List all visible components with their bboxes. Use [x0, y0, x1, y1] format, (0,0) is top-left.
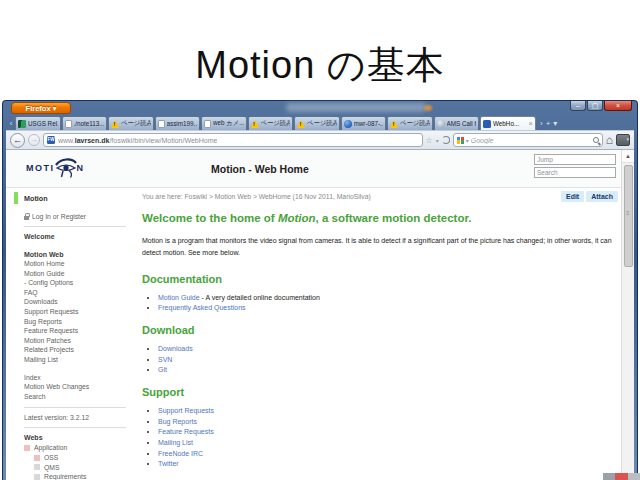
scroll-tabs-right-button[interactable]: ›	[540, 119, 543, 128]
latest-version-label: Latest version: 3.2.12	[24, 414, 136, 421]
scrollbar-thumb[interactable]	[624, 165, 633, 267]
back-button[interactable]: ←	[10, 133, 25, 148]
list-item: Frequently Asked Questions	[158, 304, 620, 311]
bookmarks-menu-icon[interactable]	[616, 134, 630, 146]
browser-tab[interactable]: AMS Call f...	[434, 116, 480, 130]
wiki-search-input[interactable]	[534, 167, 616, 178]
sidebar-item-welcome[interactable]: Welcome	[24, 233, 136, 240]
vertical-scrollbar[interactable]: ▲	[621, 150, 634, 480]
new-tab-button[interactable]: +	[546, 119, 551, 128]
browser-tab[interactable]: WebHo... ×	[480, 116, 536, 130]
browser-tab[interactable]: assim199...	[155, 116, 201, 130]
content-link[interactable]: Support Requests	[158, 407, 214, 414]
content-link[interactable]: Bug Reports	[158, 418, 197, 425]
sidebar-divider	[24, 427, 126, 428]
firefox-window: Firefox ▾ – ▢ × ‹ USGS Rel...	[2, 100, 638, 480]
close-button[interactable]: ×	[604, 101, 632, 111]
browser-tab[interactable]: ./note113....	[62, 116, 108, 130]
forward-button[interactable]: →	[28, 134, 40, 146]
content-link[interactable]: Frequently Asked Questions	[158, 304, 246, 311]
tab-label: ページ読み...	[307, 119, 337, 128]
search-magnifier-icon[interactable]	[593, 137, 599, 143]
main-content: You are here: Foswiki > Motion Web > Web…	[136, 188, 634, 480]
content-link[interactable]: SVN	[158, 356, 172, 363]
webs-list: Application OSS QMS	[24, 443, 136, 480]
sidebar-group-header[interactable]: Motion Web	[24, 251, 136, 258]
browser-tab[interactable]: ページ読み...	[387, 116, 433, 130]
tab-label: assim199...	[167, 120, 198, 127]
maximize-button[interactable]: ▢	[587, 101, 603, 111]
page-icon	[158, 120, 165, 128]
sidebar-link[interactable]: FAQ	[24, 288, 136, 298]
web-link[interactable]: OSS	[34, 453, 136, 463]
sidebar-link[interactable]: Search	[24, 392, 136, 402]
tab-label: web カメ...	[213, 119, 244, 128]
browser-tab[interactable]: ページ読み...	[294, 116, 340, 130]
scroll-up-icon[interactable]: ▲	[622, 150, 634, 163]
foswiki-icon	[483, 120, 491, 128]
search-engine-dropdown-icon[interactable]: ▾	[466, 137, 469, 144]
content-link[interactable]: Mailing List	[158, 439, 193, 446]
navigation-bar: ← → FW www.lavrsen.dk/foswiki/bin/view/M…	[6, 130, 634, 150]
sidebar-link[interactable]: Motion Patches	[24, 336, 136, 346]
browser-tab[interactable]: mwr-087-...	[341, 116, 387, 130]
sidebar-login-link[interactable]: Log In or Register	[24, 213, 136, 220]
sidebar-spacer	[14, 365, 136, 372]
web-color-swatch	[34, 455, 40, 461]
url-bar[interactable]: FW www.lavrsen.dk/foswiki/bin/view/Motio…	[43, 133, 423, 147]
web-link[interactable]: QMS	[34, 463, 136, 473]
search-input[interactable]	[471, 137, 591, 144]
browser-tab[interactable]: web カメ...	[201, 116, 247, 130]
web-link[interactable]: Application	[24, 443, 136, 453]
firefox-menu-button[interactable]: Firefox ▾	[11, 102, 71, 114]
browser-tab[interactable]: ページ読み...	[108, 116, 154, 130]
content-link[interactable]: Motion Guide	[158, 294, 200, 301]
attach-button[interactable]: Attach	[586, 191, 618, 202]
list-all-tabs-button[interactable]: ▾	[553, 119, 557, 128]
page-viewport: MOTI N Motion - Web Home	[6, 150, 634, 480]
warning-icon	[251, 120, 259, 128]
content-link[interactable]: Git	[158, 366, 167, 373]
google-icon	[457, 137, 464, 144]
content-link[interactable]: Feature Requests	[158, 428, 214, 435]
content-link[interactable]: Downloads	[158, 345, 193, 352]
sidebar-link[interactable]: Downloads	[24, 297, 136, 307]
slide-title: Motion の基本	[0, 40, 640, 91]
sidebar-link[interactable]: Feature Requests	[24, 326, 136, 336]
sidebar-link[interactable]: Support Requests	[24, 307, 136, 317]
sidebar-link[interactable]: Index	[24, 373, 136, 383]
sidebar-link[interactable]: Motion Web Changes	[24, 382, 136, 392]
edit-button[interactable]: Edit	[561, 191, 584, 202]
web-link[interactable]: Requirements	[34, 472, 136, 480]
content-link[interactable]: FreeNode IRC	[158, 450, 203, 457]
minimize-button[interactable]: –	[570, 101, 586, 111]
content-link[interactable]: Twitter	[158, 460, 179, 467]
list-item: Downloads	[158, 345, 620, 352]
search-bar[interactable]: ▾	[453, 133, 603, 147]
home-icon[interactable]: ⌂	[606, 134, 613, 146]
bookmark-dropdown-icon[interactable]: ▾	[436, 137, 439, 144]
background-window-glare	[424, 105, 432, 111]
scroll-tabs-left-button[interactable]: ‹	[7, 117, 15, 130]
sidebar-link[interactable]: Bug Reports	[24, 317, 136, 327]
tab-strip: USGS Rel... ./note113.... ページ読み...	[15, 116, 537, 130]
sidebar-link[interactable]: Mailing List	[24, 355, 136, 365]
intro-paragraph: Motion is a program that monitors the vi…	[142, 235, 618, 260]
list-item: Twitter	[158, 460, 620, 467]
motion-logo[interactable]: MOTI N	[26, 156, 85, 180]
sidebar-link[interactable]: Motion Guide	[24, 269, 136, 279]
bookmark-star-icon[interactable]: ☆	[426, 136, 433, 145]
reload-icon[interactable]	[442, 136, 450, 144]
sidebar-link[interactable]: Motion Home	[24, 259, 136, 269]
tab-bar-controls: › + ▾	[540, 119, 557, 128]
welcome-heading: Welcome to the home of Motion, a softwar…	[142, 212, 618, 224]
web-color-swatch	[34, 464, 40, 470]
section-heading-documentation: Documentation	[142, 273, 620, 285]
browser-tab[interactable]: USGS Rel...	[15, 116, 61, 130]
jump-input[interactable]	[534, 154, 616, 165]
browser-tab[interactable]: ページ読み...	[248, 116, 294, 130]
topic-actions: Edit Attach	[561, 191, 618, 202]
sidebar-link[interactable]: - Config Options	[24, 278, 136, 288]
tab-close-icon[interactable]: ×	[529, 119, 533, 128]
sidebar-link[interactable]: Related Projects	[24, 345, 136, 355]
